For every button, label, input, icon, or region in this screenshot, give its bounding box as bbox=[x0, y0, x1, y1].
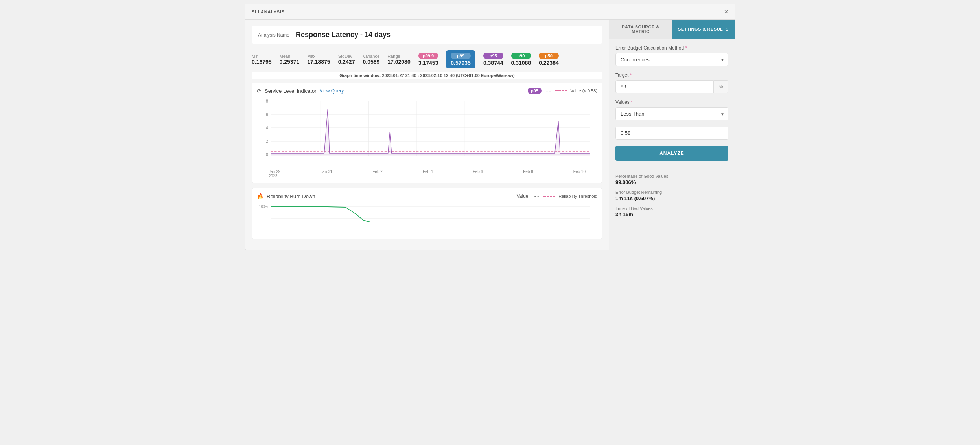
p99-badge: p99 bbox=[451, 53, 471, 59]
target-group: Target % bbox=[615, 72, 728, 93]
sli-chart-header: ⟳ Service Level Indicator View Query p95… bbox=[257, 88, 597, 94]
p999-badge: p99.9 bbox=[418, 53, 438, 59]
modal-body: Analysis Name Response Latency - 14 days… bbox=[245, 20, 735, 250]
stat-min: Min 0.16795 bbox=[252, 54, 272, 65]
target-suffix: % bbox=[714, 80, 728, 93]
threshold-input[interactable] bbox=[615, 127, 728, 140]
tab-data-source[interactable]: DATA SOURCE & METRIC bbox=[609, 20, 672, 39]
x-label-jan29: Jan 292023 bbox=[269, 169, 280, 178]
close-button[interactable]: × bbox=[724, 8, 728, 15]
stat-p50: p50 0.22384 bbox=[539, 53, 559, 66]
tabs-row: DATA SOURCE & METRIC SETTINGS & RESULTS bbox=[609, 20, 735, 39]
stat-p90: p90 0.31088 bbox=[511, 53, 531, 66]
time-window-value: 2023-01-27 21:40 - 2023-02-10 12:40 (UTC… bbox=[382, 73, 514, 78]
reliability-legend-line bbox=[543, 196, 555, 197]
svg-marker-17 bbox=[271, 109, 590, 156]
stat-range-value: 17.02080 bbox=[387, 59, 410, 65]
sli-chart-card: ⟳ Service Level Indicator View Query p95… bbox=[252, 83, 602, 183]
analysis-name-value: Response Latency - 14 days bbox=[296, 31, 391, 39]
modal-container: SLI ANALYSIS × Analysis Name Response La… bbox=[245, 4, 735, 250]
good-values-value: 99.006% bbox=[615, 179, 728, 185]
calc-method-label: Error Budget Calculation Method bbox=[615, 45, 728, 51]
error-budget-value: 1m 11s (0.607%) bbox=[615, 195, 728, 201]
reliability-chart-icon: 🔥 bbox=[257, 193, 263, 199]
good-values-label: Percentage of Good Values bbox=[615, 174, 728, 178]
bad-values-time-label: Time of Bad Values bbox=[615, 206, 728, 211]
sli-x-labels: Jan 292023 Jan 31 Feb 2 Feb 4 Feb 6 Feb … bbox=[257, 169, 597, 178]
stat-min-value: 0.16795 bbox=[252, 59, 272, 65]
svg-text:100%: 100% bbox=[259, 204, 269, 209]
values-select-wrapper: Less Than ▼ bbox=[615, 107, 728, 120]
svg-text:6: 6 bbox=[266, 112, 268, 117]
stat-p95: p95 0.38744 bbox=[483, 53, 503, 66]
stat-range-label: Range bbox=[387, 54, 410, 59]
result-bad-values-time: Time of Bad Values 3h 15m bbox=[615, 206, 728, 217]
values-label: Values bbox=[615, 99, 728, 105]
left-panel: Analysis Name Response Latency - 14 days… bbox=[245, 20, 609, 250]
legend-dashed-line bbox=[555, 90, 567, 91]
x-label-feb8: Feb 8 bbox=[523, 169, 533, 178]
reliability-chart-area: 100% bbox=[257, 202, 597, 234]
sli-p95-badge: p95 bbox=[528, 88, 542, 94]
result-good-values: Percentage of Good Values 99.006% bbox=[615, 174, 728, 185]
sli-chart-title: Service Level Indicator bbox=[265, 88, 317, 94]
stat-max-value: 17.18875 bbox=[307, 59, 330, 65]
analyze-button[interactable]: ANALYZE bbox=[615, 146, 728, 161]
graph-time-window: Graph time window: 2023-01-27 21:40 - 20… bbox=[252, 72, 602, 79]
sli-threshold-label: Value (< 0.58) bbox=[570, 88, 597, 93]
stats-row: Min 0.16795 Mean 0.25371 Max 17.18875 St… bbox=[252, 50, 602, 68]
target-label: Target bbox=[615, 72, 728, 78]
stat-p99-value: 0.57935 bbox=[451, 60, 471, 66]
values-group: Values Less Than ▼ bbox=[615, 99, 728, 120]
time-window-label: Graph time window: bbox=[339, 73, 381, 78]
stat-max-label: Max bbox=[307, 54, 330, 59]
sli-title-group: ⟳ Service Level Indicator View Query bbox=[257, 88, 344, 94]
right-panel: DATA SOURCE & METRIC SETTINGS & RESULTS … bbox=[609, 20, 735, 250]
reliability-chart-card: 🔥 Reliability Burn Down Value: - - Relia… bbox=[252, 188, 602, 239]
stat-p99: p99 0.57935 bbox=[446, 50, 475, 68]
p90-badge: p90 bbox=[511, 53, 531, 59]
reliability-chart-title: Reliability Burn Down bbox=[267, 193, 315, 199]
x-label-jan31: Jan 31 bbox=[321, 169, 332, 178]
analysis-name-label: Analysis Name bbox=[258, 32, 289, 38]
error-budget-label: Error Budget Remaining bbox=[615, 190, 728, 195]
x-label-feb2: Feb 2 bbox=[372, 169, 383, 178]
x-label-feb6: Feb 6 bbox=[473, 169, 483, 178]
calc-method-select[interactable]: Occurrences bbox=[615, 53, 728, 66]
tab-settings-results[interactable]: SETTINGS & RESULTS bbox=[672, 20, 735, 39]
stat-p95-value: 0.38744 bbox=[483, 60, 503, 66]
reliability-chart-header: 🔥 Reliability Burn Down Value: - - Relia… bbox=[257, 193, 597, 199]
analysis-name-row: Analysis Name Response Latency - 14 days bbox=[252, 26, 602, 44]
p50-badge: p50 bbox=[539, 53, 559, 59]
sli-chart-svg: 8 6 4 2 0 bbox=[257, 97, 597, 168]
calc-method-select-wrapper: Occurrences ▼ bbox=[615, 53, 728, 66]
values-select[interactable]: Less Than bbox=[615, 107, 728, 120]
bad-values-time-value: 3h 15m bbox=[615, 211, 728, 217]
stat-p50-value: 0.22384 bbox=[539, 60, 559, 66]
p95-badge: p95 bbox=[483, 53, 503, 59]
stat-p999-value: 3.17453 bbox=[418, 60, 438, 66]
stat-variance-label: Variance bbox=[363, 54, 379, 59]
stat-mean-value: 0.25371 bbox=[280, 59, 300, 65]
calc-method-group: Error Budget Calculation Method Occurren… bbox=[615, 45, 728, 66]
view-query-button[interactable]: View Query bbox=[320, 88, 344, 94]
stat-mean: Mean 0.25371 bbox=[280, 54, 300, 65]
stat-range: Range 17.02080 bbox=[387, 54, 410, 65]
sli-current-value: - - bbox=[546, 88, 551, 94]
svg-text:8: 8 bbox=[266, 99, 268, 104]
stat-stddev-label: StdDev bbox=[338, 54, 355, 59]
stat-mean-label: Mean bbox=[280, 54, 300, 59]
right-panel-content: Error Budget Calculation Method Occurren… bbox=[609, 39, 735, 250]
target-row: % bbox=[615, 80, 728, 93]
target-input[interactable] bbox=[615, 80, 714, 93]
stat-min-label: Min bbox=[252, 54, 272, 59]
reliability-value-label: Value: bbox=[517, 193, 530, 199]
results-section: Percentage of Good Values 99.006% Error … bbox=[615, 169, 728, 217]
sli-chart-area: 8 6 4 2 0 bbox=[257, 97, 597, 168]
stat-p999: p99.9 3.17453 bbox=[418, 53, 438, 66]
stat-stddev: StdDev 0.2427 bbox=[338, 54, 355, 65]
stat-variance: Variance 0.0589 bbox=[363, 54, 379, 65]
reliability-chart-svg: 100% bbox=[257, 202, 597, 234]
svg-text:2: 2 bbox=[266, 139, 268, 144]
reliability-title-group: 🔥 Reliability Burn Down bbox=[257, 193, 315, 199]
